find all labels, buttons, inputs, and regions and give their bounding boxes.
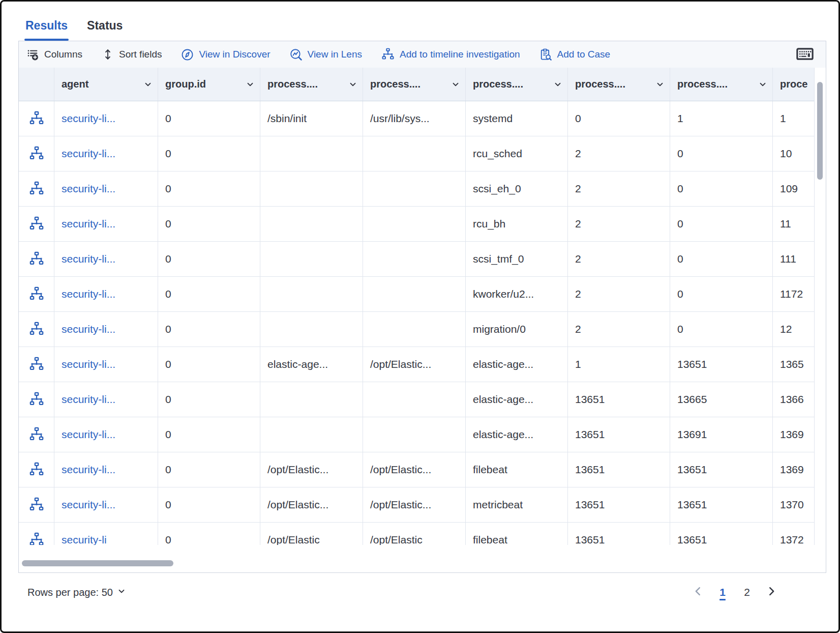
rows-per-page-button[interactable]: Rows per page: 50 — [24, 586, 129, 599]
data-cell: filebeat — [466, 523, 568, 545]
case-icon — [539, 48, 552, 61]
sort-fields-label: Sort fields — [119, 49, 162, 60]
data-cell: migration/0 — [466, 312, 568, 347]
analyze-event-button[interactable] — [29, 357, 44, 372]
analyze-event-button[interactable] — [29, 427, 44, 442]
table-row: security-li...0kworker/u2...201172 — [19, 277, 814, 312]
analyze-event-button[interactable] — [29, 322, 44, 337]
data-cell: 2 — [568, 312, 670, 347]
row-actions-cell — [19, 347, 54, 382]
agent-link[interactable]: security-li... — [62, 393, 115, 406]
column-header-label: agent — [62, 78, 88, 90]
data-cell: 13651 — [670, 347, 773, 382]
analyze-event-button[interactable] — [29, 532, 44, 545]
previous-page-button[interactable] — [688, 582, 708, 602]
column-header-process....[interactable]: process.... — [363, 68, 466, 101]
chevron-down-icon[interactable] — [348, 80, 357, 89]
analyze-event-button[interactable] — [29, 111, 44, 126]
agent-link[interactable]: security-li... — [62, 428, 115, 441]
row-actions-cell — [19, 136, 54, 171]
column-header-process....[interactable]: process.... — [466, 68, 568, 101]
horizontal-scrollbar-thumb[interactable] — [22, 560, 173, 566]
row-actions-cell — [19, 277, 54, 311]
data-cell: 0 — [158, 171, 260, 206]
agent-link[interactable]: security-li... — [62, 464, 115, 476]
data-cell — [363, 242, 466, 276]
agent-link[interactable]: security-li... — [62, 288, 115, 300]
analyze-event-button[interactable] — [29, 181, 44, 196]
data-cell: 111 — [773, 242, 814, 276]
table-row: security-li...0rcu_sched2010 — [19, 136, 814, 171]
keyboard-shortcuts-button[interactable] — [796, 47, 814, 63]
page-2-button[interactable]: 2 — [737, 582, 757, 602]
data-cell — [363, 136, 466, 171]
column-header-agent[interactable]: agent — [54, 68, 158, 101]
data-cell — [260, 207, 363, 241]
data-cell: 1172 — [773, 277, 814, 311]
data-cell: 0 — [158, 136, 260, 171]
data-cell: metricbeat — [466, 487, 568, 522]
analyze-event-button[interactable] — [29, 497, 44, 512]
column-header-label: process.... — [473, 78, 523, 90]
chevron-down-icon[interactable] — [553, 80, 562, 89]
data-cell — [260, 312, 363, 347]
data-cell — [260, 171, 363, 206]
agent-link[interactable]: security-li... — [62, 112, 115, 125]
chevron-down-icon[interactable] — [246, 80, 255, 89]
column-header-process....[interactable]: process.... — [568, 68, 670, 101]
data-cell: 1372 — [773, 523, 814, 545]
column-header-process....[interactable]: process.... — [260, 68, 363, 101]
add-to-timeline-button[interactable]: Add to timeline investigation — [381, 48, 520, 61]
column-header-process....[interactable]: process.... — [670, 68, 773, 101]
data-cell: rcu_bh — [466, 207, 568, 241]
table-row: security-li...0scsi_tmf_020111 — [19, 242, 814, 277]
data-cell — [363, 171, 466, 206]
data-cell: 109 — [773, 171, 814, 206]
view-in-discover-button[interactable]: View in Discover — [181, 48, 270, 61]
agent-cell: security-li... — [54, 382, 158, 417]
agent-link[interactable]: security-li... — [62, 323, 115, 335]
chevron-down-icon[interactable] — [451, 80, 460, 89]
analyze-event-button[interactable] — [29, 146, 44, 161]
chevron-down-icon[interactable] — [143, 80, 153, 89]
add-to-case-button[interactable]: Add to Case — [539, 48, 611, 61]
view-in-lens-button[interactable]: View in Lens — [290, 48, 362, 61]
tab-results[interactable]: Results — [24, 14, 69, 41]
columns-button[interactable]: Columns — [27, 48, 82, 61]
agent-link[interactable]: security-li... — [62, 218, 115, 230]
agent-link[interactable]: security-li... — [62, 148, 115, 160]
tab-status[interactable]: Status — [86, 14, 124, 41]
data-cell: 0 — [158, 207, 260, 241]
data-cell: /usr/lib/sys... — [363, 101, 466, 136]
agent-link[interactable]: security-li... — [62, 499, 115, 511]
sort-fields-button[interactable]: Sort fields — [102, 48, 162, 61]
rows-per-page-label: Rows per page: 50 — [27, 587, 113, 598]
analyze-event-button[interactable] — [29, 251, 44, 267]
agent-link[interactable]: security-li... — [62, 183, 115, 195]
next-page-button[interactable] — [761, 582, 782, 602]
data-cell: 1366 — [773, 382, 814, 417]
chevron-down-icon[interactable] — [758, 80, 767, 89]
chevron-down-icon[interactable] — [655, 80, 665, 89]
analyze-event-button[interactable] — [29, 216, 44, 232]
agent-link[interactable]: security-li... — [62, 253, 115, 265]
column-header-proce[interactable]: proce — [773, 68, 814, 101]
horizontal-scrollbar[interactable] — [19, 545, 826, 572]
agent-link[interactable]: security-li — [62, 534, 107, 545]
row-actions-cell — [19, 452, 54, 487]
vertical-scrollbar-thumb[interactable] — [817, 82, 823, 180]
column-header-group.id[interactable]: group.id — [158, 68, 260, 101]
agent-link[interactable]: security-li... — [62, 358, 115, 370]
page-1-button[interactable]: 1 — [712, 582, 733, 602]
tab-bar: Results Status — [18, 14, 823, 41]
data-cell: filebeat — [466, 452, 568, 487]
app-window: Results Status ColumnsSort fieldsView in… — [0, 0, 840, 633]
data-cell — [260, 382, 363, 417]
data-cell: 0 — [158, 452, 260, 487]
row-actions-cell — [19, 101, 54, 136]
analyze-event-button[interactable] — [29, 392, 44, 407]
analyze-event-button[interactable] — [29, 462, 44, 477]
vertical-scrollbar[interactable] — [814, 68, 826, 545]
analyze-event-button[interactable] — [29, 286, 44, 302]
table-row: security-li0/opt/Elastic/opt/Elasticfile… — [19, 523, 814, 545]
